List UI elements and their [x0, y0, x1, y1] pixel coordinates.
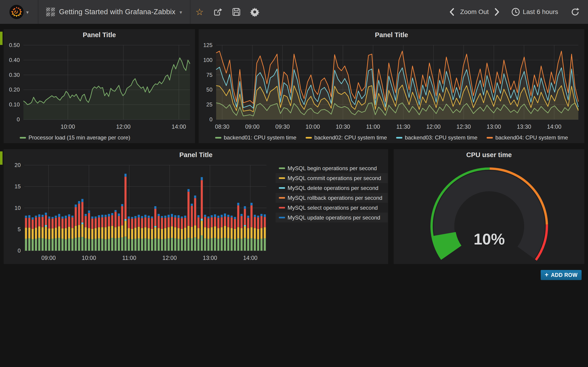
- legend-swatch-icon: [279, 167, 285, 169]
- row-menu-tab-2[interactable]: [0, 151, 2, 165]
- chevron-right-icon: [494, 8, 500, 16]
- legend-swatch-icon: [305, 137, 312, 139]
- panel-title[interactable]: CPU user time: [394, 149, 584, 160]
- panel-mysql-operations: Panel Title 0510152009:0010:0011:0012:00…: [4, 149, 388, 264]
- navbar: ▾ Getting Started with Grafana-Zabbix ▾ …: [0, 0, 588, 24]
- svg-text:11:30: 11:30: [396, 123, 410, 130]
- svg-text:13:00: 13:00: [203, 255, 217, 261]
- legend-item[interactable]: MySQL delete operations per second: [276, 183, 388, 193]
- svg-text:10:00: 10:00: [82, 255, 96, 261]
- share-icon: [213, 7, 223, 17]
- legend-item[interactable]: Processor load (15 min average per core): [20, 134, 130, 141]
- dashboard-settings-button[interactable]: [246, 0, 264, 24]
- legend-item[interactable]: backend01: CPU system time: [215, 134, 296, 141]
- legend-label: backend02: CPU system time: [314, 134, 387, 141]
- svg-text:20: 20: [15, 162, 21, 168]
- svg-text:0.10: 0.10: [9, 101, 20, 108]
- svg-text:13:00: 13:00: [487, 123, 501, 130]
- svg-text:09:00: 09:00: [41, 255, 56, 261]
- svg-text:10: 10: [15, 205, 21, 211]
- legend-swatch-icon: [279, 177, 285, 179]
- legend-label: MySQL begin operations per second: [288, 165, 377, 172]
- svg-text:14:00: 14:00: [243, 255, 258, 261]
- time-series-plot[interactable]: 00.100.200.300.400.5010:0012:0014:00: [4, 40, 195, 130]
- svg-text:10:30: 10:30: [336, 123, 350, 130]
- svg-text:125: 125: [203, 42, 212, 48]
- legend: MySQL begin operations per secondMySQL c…: [276, 163, 388, 223]
- time-shift-right-button[interactable]: [492, 5, 502, 19]
- svg-text:15: 15: [15, 183, 21, 190]
- legend-swatch-icon: [215, 137, 221, 139]
- svg-text:08:30: 08:30: [215, 123, 229, 130]
- legend-item[interactable]: MySQL commit operations per second: [276, 173, 388, 183]
- legend-swatch-icon: [279, 187, 285, 189]
- legend-label: MySQL select operations per second: [288, 205, 378, 211]
- dashboard-grid-icon: [46, 8, 55, 16]
- svg-text:12:00: 12:00: [116, 123, 131, 130]
- svg-text:25: 25: [206, 101, 212, 108]
- star-dashboard-button[interactable]: ☆: [190, 0, 209, 24]
- svg-text:10:00: 10:00: [61, 123, 75, 130]
- grafana-menu-caret-icon: ▾: [26, 9, 29, 15]
- grafana-menu-button[interactable]: ▾: [0, 0, 38, 24]
- panel-cpu-system-time: Panel Title 025507510012508:3009:0009:30…: [199, 29, 584, 143]
- svg-text:0.20: 0.20: [9, 86, 20, 93]
- add-row-button[interactable]: + ADD ROW: [541, 270, 582, 280]
- legend-item[interactable]: backend02: CPU system time: [305, 134, 387, 141]
- dashboard-title-dropdown[interactable]: Getting Started with Grafana-Zabbix ▾: [38, 0, 190, 24]
- svg-text:14:00: 14:00: [172, 123, 186, 130]
- stacked-bar-plot[interactable]: 0510152009:0010:0011:0012:0013:0014:00: [4, 160, 275, 264]
- legend-swatch-icon: [396, 137, 402, 139]
- svg-text:0.50: 0.50: [9, 42, 20, 48]
- legend-item[interactable]: MySQL update operations per second: [276, 213, 388, 223]
- zoom-out-button[interactable]: Zoom Out: [460, 8, 489, 16]
- svg-text:0.40: 0.40: [9, 57, 20, 63]
- legend-label: MySQL update operations per second: [288, 215, 380, 221]
- share-dashboard-button[interactable]: [209, 0, 227, 24]
- legend-item[interactable]: backend04: CPU system time: [487, 134, 568, 141]
- time-shift-left-button[interactable]: [447, 5, 457, 19]
- legend-label: backend01: CPU system time: [224, 134, 296, 141]
- svg-text:75: 75: [206, 72, 212, 78]
- time-picker-button[interactable]: Last 6 hours: [511, 8, 558, 16]
- legend-label: backend04: CPU system time: [495, 134, 568, 141]
- panel-title[interactable]: Panel Title: [4, 29, 195, 40]
- add-row-label: ADD ROW: [551, 272, 578, 278]
- legend-item[interactable]: backend03: CPU system time: [396, 134, 477, 141]
- legend-item[interactable]: MySQL rollback operations per second: [276, 193, 388, 203]
- plus-icon: +: [545, 271, 549, 278]
- svg-text:50: 50: [206, 86, 212, 93]
- svg-text:11:00: 11:00: [366, 123, 380, 130]
- clock-icon: [511, 8, 520, 16]
- save-icon: [232, 7, 241, 17]
- svg-text:12:30: 12:30: [456, 123, 471, 130]
- svg-text:0: 0: [17, 116, 20, 123]
- save-dashboard-button[interactable]: [227, 0, 246, 24]
- panel-processor-load: Panel Title 00.100.200.300.400.5010:0012…: [4, 29, 195, 143]
- panel-cpu-user-time-gauge: CPU user time 10%: [394, 149, 584, 264]
- gauge-value: 10%: [474, 230, 505, 248]
- svg-text:12:00: 12:00: [426, 123, 441, 130]
- refresh-dashboard-button[interactable]: [571, 7, 580, 17]
- time-series-plot[interactable]: 025507510012508:3009:0009:3010:0010:3011…: [199, 40, 584, 130]
- legend-item[interactable]: MySQL select operations per second: [276, 203, 388, 213]
- row-menu-tab-1[interactable]: [0, 32, 2, 45]
- legend-label: MySQL delete operations per second: [288, 185, 378, 191]
- grafana-logo-icon: [9, 5, 24, 19]
- legend-item[interactable]: MySQL begin operations per second: [276, 163, 388, 173]
- legend-label: backend03: CPU system time: [405, 134, 477, 141]
- dashboard-title-caret-icon: ▾: [180, 9, 182, 15]
- svg-text:09:30: 09:30: [275, 123, 290, 130]
- legend-label: MySQL commit operations per second: [288, 175, 381, 181]
- svg-text:13:30: 13:30: [517, 123, 531, 130]
- svg-text:11:00: 11:00: [122, 255, 136, 261]
- gear-icon: [250, 7, 259, 17]
- svg-text:5: 5: [18, 226, 21, 232]
- navbar-time-controls: Zoom Out Last 6 hours: [447, 5, 588, 19]
- svg-text:09:00: 09:00: [245, 123, 259, 130]
- panel-title[interactable]: Panel Title: [199, 29, 584, 40]
- time-range-label: Last 6 hours: [523, 8, 558, 16]
- panel-title[interactable]: Panel Title: [4, 149, 388, 160]
- svg-text:0: 0: [209, 116, 212, 123]
- svg-text:0: 0: [18, 248, 21, 254]
